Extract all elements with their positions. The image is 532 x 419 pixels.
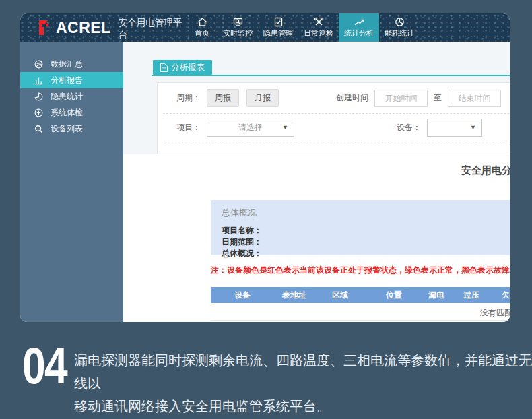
project-label: 项目： bbox=[176, 122, 201, 133]
pie-chart-icon bbox=[395, 17, 405, 27]
nav-item-hazard-management[interactable]: 隐患管理 bbox=[258, 13, 298, 42]
column-header: 设备 bbox=[211, 290, 274, 301]
poster-background: ACREL 安全用电管理平台 首页 实时监控 隐患管理 日常 bbox=[0, 0, 532, 419]
data-globe-icon bbox=[34, 60, 43, 69]
report-title: 安全用电分析报告 bbox=[461, 164, 510, 177]
chevron-down-icon: ▼ bbox=[282, 124, 288, 131]
caption-line: 漏电探测器能同时探测剩余电流、四路温度、三相电流等参数值，并能通过无线以 bbox=[74, 349, 532, 395]
top-nav: 首页 实时监控 隐患管理 日常巡检 统计分析 bbox=[187, 13, 420, 42]
acrel-logo-icon bbox=[36, 20, 51, 36]
column-header: 区域 bbox=[314, 290, 366, 301]
trend-chart-icon bbox=[354, 17, 364, 27]
pie-icon bbox=[34, 92, 43, 101]
start-time-input[interactable] bbox=[374, 90, 428, 107]
end-time-input[interactable] bbox=[448, 90, 501, 107]
project-name-field: 项目名称： bbox=[222, 225, 510, 236]
brand: ACREL 安全用电管理平台 bbox=[20, 15, 187, 41]
create-time-label: 创建时间 bbox=[336, 92, 368, 104]
nav-item-daily-inspection[interactable]: 日常巡检 bbox=[298, 13, 339, 42]
column-header: 表地址 bbox=[274, 290, 314, 301]
step-number: 04 bbox=[22, 345, 67, 387]
brand-name: ACREL bbox=[56, 20, 111, 36]
sidebar-item-label: 系统体检 bbox=[51, 107, 83, 119]
tab-analysis-report[interactable]: 分析报表 bbox=[153, 60, 212, 75]
weekly-report-button[interactable]: 周报 bbox=[207, 89, 239, 107]
sidebar-item-system-check[interactable]: 系统体检 bbox=[20, 104, 123, 121]
sidebar-item-data-summary[interactable]: 数据汇总 bbox=[20, 56, 123, 72]
sidebar-item-label: 隐患统计 bbox=[51, 91, 83, 102]
date-range-field: 日期范围： bbox=[222, 236, 510, 248]
empty-result-text: 没有匹配结果 bbox=[480, 307, 510, 319]
main-content: 分析报表 周期： 周报 月报 创建时间 至 bbox=[123, 42, 510, 322]
device-label: 设备： bbox=[397, 122, 421, 133]
app-header: ACREL 安全用电管理平台 首页 实时监控 隐患管理 日常 bbox=[20, 13, 510, 42]
checklist-icon bbox=[273, 17, 284, 27]
sidebar: 数据汇总 分析报告 隐患统计 系统体检 设备列表 bbox=[20, 42, 123, 322]
nav-item-energy-statistics[interactable]: 能耗统计 bbox=[379, 13, 420, 42]
column-header: 欠压 bbox=[492, 290, 510, 301]
color-legend-note: 注：设备颜色是红色表示当前该设备正处于报警状态，绿色表示正常，黑色表示故障，灰色… bbox=[211, 265, 510, 276]
column-header: 位置 bbox=[366, 290, 422, 301]
document-icon bbox=[160, 63, 168, 72]
tab-underline bbox=[152, 75, 510, 76]
monitor-icon bbox=[233, 17, 243, 27]
filter-panel: 周期： 周报 月报 创建时间 至 项目： bbox=[157, 82, 510, 154]
overview-title: 总体概况 bbox=[222, 207, 510, 219]
sidebar-item-analysis-report[interactable]: 分析报告 bbox=[20, 72, 123, 88]
search-icon bbox=[34, 125, 43, 133]
plus-circle-icon bbox=[34, 108, 43, 117]
report-section: 安全用电分析报告 总体概况 项目名称： 日期范围： 总体概况： 注：设备颜色是红… bbox=[123, 154, 510, 322]
nav-item-home[interactable]: 首页 bbox=[187, 13, 218, 42]
tab-label: 分析报表 bbox=[171, 62, 205, 73]
sidebar-item-label: 设备列表 bbox=[51, 123, 83, 135]
table-header-row: 设备 表地址 区域 位置 漏电 过压 欠压 bbox=[211, 287, 510, 303]
nav-item-realtime-monitor[interactable]: 实时监控 bbox=[218, 13, 258, 42]
period-label: 周期： bbox=[176, 92, 201, 104]
nav-item-statistics-analysis[interactable]: 统计分析 bbox=[339, 13, 379, 42]
device-table: 设备 表地址 区域 位置 漏电 过压 欠压 没有匹配结果 bbox=[211, 287, 510, 321]
table-row: 没有匹配结果 bbox=[211, 303, 510, 321]
device-select[interactable]: ▼ bbox=[427, 119, 482, 137]
platform-name: 安全用电管理平台 bbox=[119, 15, 187, 41]
caption-text: 漏电探测器能同时探测剩余电流、四路温度、三相电流等参数值，并能通过无线以 移动通… bbox=[74, 349, 532, 418]
column-header: 漏电 bbox=[422, 290, 451, 301]
bar-chart-icon bbox=[34, 76, 43, 85]
overview-box: 总体概况 项目名称： 日期范围： 总体概况： bbox=[211, 200, 510, 255]
column-header: 过压 bbox=[451, 290, 492, 301]
app-window: ACREL 安全用电管理平台 首页 实时监控 隐患管理 日常 bbox=[20, 13, 510, 322]
sidebar-item-device-list[interactable]: 设备列表 bbox=[20, 121, 123, 137]
sidebar-item-label: 数据汇总 bbox=[51, 59, 83, 70]
chevron-down-icon: ▼ bbox=[470, 124, 476, 131]
caption-line: 移动通讯网络接入安全用电监管系统平台。 bbox=[74, 395, 532, 418]
sidebar-item-label: 分析报告 bbox=[51, 75, 83, 86]
tools-icon bbox=[314, 17, 324, 27]
home-icon bbox=[197, 17, 207, 27]
to-label: 至 bbox=[434, 92, 442, 104]
overview-field: 总体概况： bbox=[222, 248, 510, 259]
project-select[interactable]: 请选择 ▼ bbox=[207, 119, 294, 137]
monthly-report-button[interactable]: 月报 bbox=[246, 89, 279, 107]
sidebar-item-hazard-statistics[interactable]: 隐患统计 bbox=[20, 88, 123, 104]
